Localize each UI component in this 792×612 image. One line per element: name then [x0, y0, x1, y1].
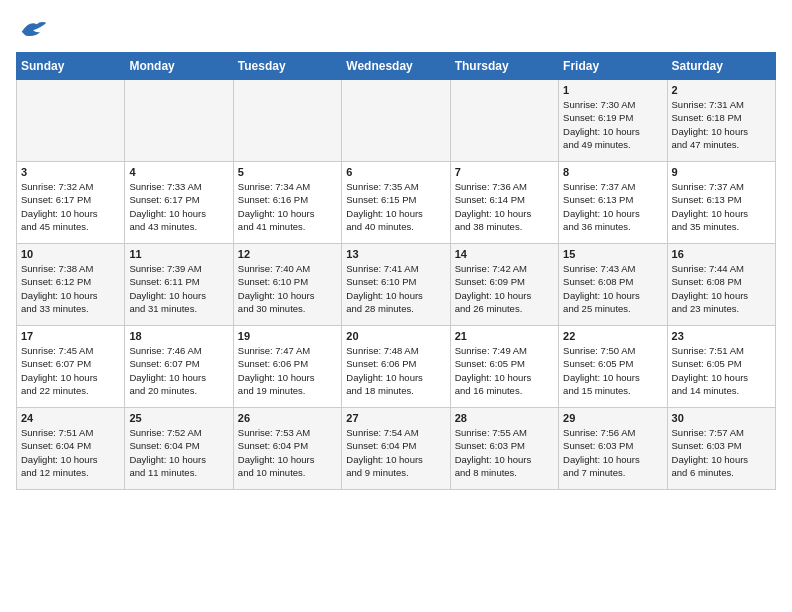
day-info: Daylight: 10 hours	[21, 371, 120, 384]
day-info: Sunset: 6:14 PM	[455, 193, 554, 206]
day-info: Sunset: 6:16 PM	[238, 193, 337, 206]
day-info: Sunrise: 7:44 AM	[672, 262, 771, 275]
day-info: Sunrise: 7:45 AM	[21, 344, 120, 357]
day-number: 4	[129, 166, 228, 178]
day-info: Sunrise: 7:30 AM	[563, 98, 662, 111]
day-info: Sunrise: 7:57 AM	[672, 426, 771, 439]
day-info: Daylight: 10 hours	[346, 453, 445, 466]
day-info: Daylight: 10 hours	[455, 289, 554, 302]
day-cell: 24Sunrise: 7:51 AMSunset: 6:04 PMDayligh…	[17, 408, 125, 490]
day-number: 16	[672, 248, 771, 260]
day-number: 8	[563, 166, 662, 178]
day-info: and 40 minutes.	[346, 220, 445, 233]
day-info: and 28 minutes.	[346, 302, 445, 315]
day-info: and 30 minutes.	[238, 302, 337, 315]
day-cell: 20Sunrise: 7:48 AMSunset: 6:06 PMDayligh…	[342, 326, 450, 408]
day-info: Sunset: 6:18 PM	[672, 111, 771, 124]
day-cell	[17, 80, 125, 162]
header-cell-sunday: Sunday	[17, 53, 125, 80]
day-cell: 1Sunrise: 7:30 AMSunset: 6:19 PMDaylight…	[559, 80, 667, 162]
day-cell: 21Sunrise: 7:49 AMSunset: 6:05 PMDayligh…	[450, 326, 558, 408]
day-cell: 30Sunrise: 7:57 AMSunset: 6:03 PMDayligh…	[667, 408, 775, 490]
day-number: 3	[21, 166, 120, 178]
day-info: and 10 minutes.	[238, 466, 337, 479]
day-info: Sunset: 6:07 PM	[129, 357, 228, 370]
day-info: and 16 minutes.	[455, 384, 554, 397]
day-info: Sunset: 6:13 PM	[672, 193, 771, 206]
day-info: and 20 minutes.	[129, 384, 228, 397]
day-info: Daylight: 10 hours	[563, 125, 662, 138]
header-cell-tuesday: Tuesday	[233, 53, 341, 80]
day-info: Sunrise: 7:40 AM	[238, 262, 337, 275]
week-row-3: 10Sunrise: 7:38 AMSunset: 6:12 PMDayligh…	[17, 244, 776, 326]
day-info: Sunrise: 7:39 AM	[129, 262, 228, 275]
day-info: Daylight: 10 hours	[672, 371, 771, 384]
day-info: Sunset: 6:19 PM	[563, 111, 662, 124]
day-number: 11	[129, 248, 228, 260]
day-info: Sunrise: 7:51 AM	[672, 344, 771, 357]
day-info: Sunrise: 7:35 AM	[346, 180, 445, 193]
day-cell: 29Sunrise: 7:56 AMSunset: 6:03 PMDayligh…	[559, 408, 667, 490]
day-info: Daylight: 10 hours	[563, 289, 662, 302]
day-cell: 25Sunrise: 7:52 AMSunset: 6:04 PMDayligh…	[125, 408, 233, 490]
day-number: 22	[563, 330, 662, 342]
day-info: Daylight: 10 hours	[129, 453, 228, 466]
day-info: Daylight: 10 hours	[238, 289, 337, 302]
day-info: and 14 minutes.	[672, 384, 771, 397]
day-cell: 4Sunrise: 7:33 AMSunset: 6:17 PMDaylight…	[125, 162, 233, 244]
day-info: Sunset: 6:06 PM	[346, 357, 445, 370]
logo-bird-icon	[18, 16, 48, 40]
day-cell: 18Sunrise: 7:46 AMSunset: 6:07 PMDayligh…	[125, 326, 233, 408]
day-cell: 2Sunrise: 7:31 AMSunset: 6:18 PMDaylight…	[667, 80, 775, 162]
day-info: Sunrise: 7:43 AM	[563, 262, 662, 275]
day-cell: 13Sunrise: 7:41 AMSunset: 6:10 PMDayligh…	[342, 244, 450, 326]
day-info: Sunset: 6:11 PM	[129, 275, 228, 288]
day-info: Daylight: 10 hours	[672, 125, 771, 138]
day-info: Sunrise: 7:42 AM	[455, 262, 554, 275]
day-info: Sunset: 6:04 PM	[129, 439, 228, 452]
day-cell: 14Sunrise: 7:42 AMSunset: 6:09 PMDayligh…	[450, 244, 558, 326]
day-number: 19	[238, 330, 337, 342]
day-info: Sunset: 6:08 PM	[563, 275, 662, 288]
day-number: 29	[563, 412, 662, 424]
day-number: 9	[672, 166, 771, 178]
day-info: and 49 minutes.	[563, 138, 662, 151]
day-number: 2	[672, 84, 771, 96]
day-info: Sunrise: 7:34 AM	[238, 180, 337, 193]
day-info: and 11 minutes.	[129, 466, 228, 479]
day-info: Sunrise: 7:36 AM	[455, 180, 554, 193]
day-info: and 25 minutes.	[563, 302, 662, 315]
day-info: and 12 minutes.	[21, 466, 120, 479]
header-cell-monday: Monday	[125, 53, 233, 80]
day-cell: 3Sunrise: 7:32 AMSunset: 6:17 PMDaylight…	[17, 162, 125, 244]
day-cell: 11Sunrise: 7:39 AMSunset: 6:11 PMDayligh…	[125, 244, 233, 326]
day-info: Sunset: 6:04 PM	[346, 439, 445, 452]
day-number: 17	[21, 330, 120, 342]
page-header	[16, 16, 776, 40]
day-number: 15	[563, 248, 662, 260]
day-info: Sunrise: 7:51 AM	[21, 426, 120, 439]
day-number: 14	[455, 248, 554, 260]
day-info: Sunset: 6:03 PM	[455, 439, 554, 452]
day-cell: 6Sunrise: 7:35 AMSunset: 6:15 PMDaylight…	[342, 162, 450, 244]
day-info: Sunrise: 7:49 AM	[455, 344, 554, 357]
week-row-1: 1Sunrise: 7:30 AMSunset: 6:19 PMDaylight…	[17, 80, 776, 162]
day-info: Sunrise: 7:50 AM	[563, 344, 662, 357]
day-info: Daylight: 10 hours	[672, 207, 771, 220]
day-info: Daylight: 10 hours	[129, 207, 228, 220]
day-info: Daylight: 10 hours	[346, 207, 445, 220]
day-number: 10	[21, 248, 120, 260]
day-info: and 15 minutes.	[563, 384, 662, 397]
day-info: and 6 minutes.	[672, 466, 771, 479]
day-info: Sunset: 6:05 PM	[672, 357, 771, 370]
day-info: Daylight: 10 hours	[672, 453, 771, 466]
day-info: Sunset: 6:07 PM	[21, 357, 120, 370]
day-cell: 28Sunrise: 7:55 AMSunset: 6:03 PMDayligh…	[450, 408, 558, 490]
day-cell: 5Sunrise: 7:34 AMSunset: 6:16 PMDaylight…	[233, 162, 341, 244]
day-cell	[125, 80, 233, 162]
day-cell: 19Sunrise: 7:47 AMSunset: 6:06 PMDayligh…	[233, 326, 341, 408]
day-cell: 23Sunrise: 7:51 AMSunset: 6:05 PMDayligh…	[667, 326, 775, 408]
day-info: Daylight: 10 hours	[129, 289, 228, 302]
day-info: Daylight: 10 hours	[346, 371, 445, 384]
day-info: and 38 minutes.	[455, 220, 554, 233]
